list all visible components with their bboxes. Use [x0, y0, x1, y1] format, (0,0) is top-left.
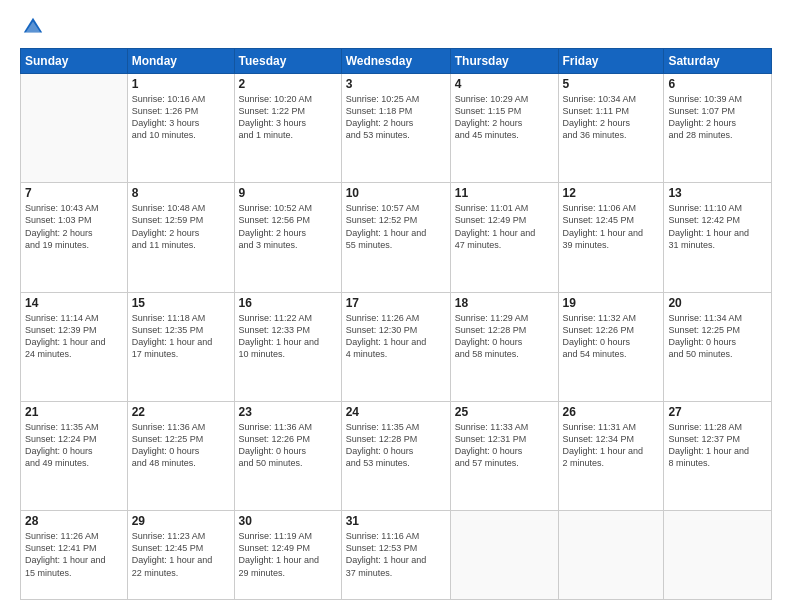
day-info: Sunrise: 10:39 AM Sunset: 1:07 PM Daylig…	[668, 93, 767, 142]
logo	[20, 16, 46, 38]
day-number: 20	[668, 296, 767, 310]
calendar-cell: 20Sunrise: 11:34 AM Sunset: 12:25 PM Day…	[664, 292, 772, 401]
calendar-cell: 15Sunrise: 11:18 AM Sunset: 12:35 PM Day…	[127, 292, 234, 401]
logo-icon	[22, 16, 44, 38]
calendar-cell: 13Sunrise: 11:10 AM Sunset: 12:42 PM Day…	[664, 183, 772, 292]
calendar-cell: 10Sunrise: 10:57 AM Sunset: 12:52 PM Day…	[341, 183, 450, 292]
day-number: 16	[239, 296, 337, 310]
calendar-week-4: 21Sunrise: 11:35 AM Sunset: 12:24 PM Day…	[21, 401, 772, 510]
calendar-cell: 9Sunrise: 10:52 AM Sunset: 12:56 PM Dayl…	[234, 183, 341, 292]
day-info: Sunrise: 11:23 AM Sunset: 12:45 PM Dayli…	[132, 530, 230, 579]
day-info: Sunrise: 11:18 AM Sunset: 12:35 PM Dayli…	[132, 312, 230, 361]
calendar-week-3: 14Sunrise: 11:14 AM Sunset: 12:39 PM Day…	[21, 292, 772, 401]
day-info: Sunrise: 10:16 AM Sunset: 1:26 PM Daylig…	[132, 93, 230, 142]
day-number: 4	[455, 77, 554, 91]
day-number: 27	[668, 405, 767, 419]
day-info: Sunrise: 11:19 AM Sunset: 12:49 PM Dayli…	[239, 530, 337, 579]
day-info: Sunrise: 11:36 AM Sunset: 12:25 PM Dayli…	[132, 421, 230, 470]
day-info: Sunrise: 11:34 AM Sunset: 12:25 PM Dayli…	[668, 312, 767, 361]
calendar-table: SundayMondayTuesdayWednesdayThursdayFrid…	[20, 48, 772, 600]
day-number: 19	[563, 296, 660, 310]
day-info: Sunrise: 11:14 AM Sunset: 12:39 PM Dayli…	[25, 312, 123, 361]
calendar-cell: 25Sunrise: 11:33 AM Sunset: 12:31 PM Day…	[450, 401, 558, 510]
calendar-cell: 7Sunrise: 10:43 AM Sunset: 1:03 PM Dayli…	[21, 183, 128, 292]
day-info: Sunrise: 11:28 AM Sunset: 12:37 PM Dayli…	[668, 421, 767, 470]
calendar-header-row: SundayMondayTuesdayWednesdayThursdayFrid…	[21, 49, 772, 74]
calendar-cell: 19Sunrise: 11:32 AM Sunset: 12:26 PM Day…	[558, 292, 664, 401]
day-info: Sunrise: 11:33 AM Sunset: 12:31 PM Dayli…	[455, 421, 554, 470]
day-info: Sunrise: 11:31 AM Sunset: 12:34 PM Dayli…	[563, 421, 660, 470]
weekday-header-sunday: Sunday	[21, 49, 128, 74]
calendar-cell: 24Sunrise: 11:35 AM Sunset: 12:28 PM Day…	[341, 401, 450, 510]
day-info: Sunrise: 10:43 AM Sunset: 1:03 PM Daylig…	[25, 202, 123, 251]
calendar-cell: 4Sunrise: 10:29 AM Sunset: 1:15 PM Dayli…	[450, 74, 558, 183]
calendar-week-2: 7Sunrise: 10:43 AM Sunset: 1:03 PM Dayli…	[21, 183, 772, 292]
calendar-cell: 14Sunrise: 11:14 AM Sunset: 12:39 PM Day…	[21, 292, 128, 401]
day-info: Sunrise: 11:29 AM Sunset: 12:28 PM Dayli…	[455, 312, 554, 361]
calendar-cell: 16Sunrise: 11:22 AM Sunset: 12:33 PM Day…	[234, 292, 341, 401]
day-number: 30	[239, 514, 337, 528]
day-info: Sunrise: 10:25 AM Sunset: 1:18 PM Daylig…	[346, 93, 446, 142]
day-number: 22	[132, 405, 230, 419]
day-number: 14	[25, 296, 123, 310]
calendar-cell: 8Sunrise: 10:48 AM Sunset: 12:59 PM Dayl…	[127, 183, 234, 292]
day-info: Sunrise: 10:20 AM Sunset: 1:22 PM Daylig…	[239, 93, 337, 142]
page-header	[20, 16, 772, 38]
day-number: 13	[668, 186, 767, 200]
calendar-cell: 23Sunrise: 11:36 AM Sunset: 12:26 PM Day…	[234, 401, 341, 510]
day-number: 3	[346, 77, 446, 91]
calendar-cell: 31Sunrise: 11:16 AM Sunset: 12:53 PM Day…	[341, 511, 450, 600]
calendar-cell	[664, 511, 772, 600]
day-number: 26	[563, 405, 660, 419]
calendar-week-1: 1Sunrise: 10:16 AM Sunset: 1:26 PM Dayli…	[21, 74, 772, 183]
calendar-cell	[450, 511, 558, 600]
day-info: Sunrise: 11:32 AM Sunset: 12:26 PM Dayli…	[563, 312, 660, 361]
weekday-header-thursday: Thursday	[450, 49, 558, 74]
day-info: Sunrise: 11:10 AM Sunset: 12:42 PM Dayli…	[668, 202, 767, 251]
calendar-cell: 17Sunrise: 11:26 AM Sunset: 12:30 PM Day…	[341, 292, 450, 401]
weekday-header-wednesday: Wednesday	[341, 49, 450, 74]
day-number: 28	[25, 514, 123, 528]
day-info: Sunrise: 11:35 AM Sunset: 12:24 PM Dayli…	[25, 421, 123, 470]
calendar-cell: 22Sunrise: 11:36 AM Sunset: 12:25 PM Day…	[127, 401, 234, 510]
day-info: Sunrise: 11:26 AM Sunset: 12:41 PM Dayli…	[25, 530, 123, 579]
day-number: 31	[346, 514, 446, 528]
calendar-cell: 1Sunrise: 10:16 AM Sunset: 1:26 PM Dayli…	[127, 74, 234, 183]
calendar-cell: 21Sunrise: 11:35 AM Sunset: 12:24 PM Day…	[21, 401, 128, 510]
weekday-header-saturday: Saturday	[664, 49, 772, 74]
calendar-cell: 5Sunrise: 10:34 AM Sunset: 1:11 PM Dayli…	[558, 74, 664, 183]
day-number: 12	[563, 186, 660, 200]
day-info: Sunrise: 10:57 AM Sunset: 12:52 PM Dayli…	[346, 202, 446, 251]
day-number: 6	[668, 77, 767, 91]
calendar-cell: 6Sunrise: 10:39 AM Sunset: 1:07 PM Dayli…	[664, 74, 772, 183]
calendar-cell: 29Sunrise: 11:23 AM Sunset: 12:45 PM Day…	[127, 511, 234, 600]
day-number: 18	[455, 296, 554, 310]
day-number: 15	[132, 296, 230, 310]
calendar-cell: 30Sunrise: 11:19 AM Sunset: 12:49 PM Day…	[234, 511, 341, 600]
day-number: 24	[346, 405, 446, 419]
day-info: Sunrise: 11:36 AM Sunset: 12:26 PM Dayli…	[239, 421, 337, 470]
day-number: 8	[132, 186, 230, 200]
calendar-cell: 3Sunrise: 10:25 AM Sunset: 1:18 PM Dayli…	[341, 74, 450, 183]
day-info: Sunrise: 11:26 AM Sunset: 12:30 PM Dayli…	[346, 312, 446, 361]
weekday-header-monday: Monday	[127, 49, 234, 74]
day-number: 29	[132, 514, 230, 528]
day-info: Sunrise: 11:16 AM Sunset: 12:53 PM Dayli…	[346, 530, 446, 579]
calendar-cell: 2Sunrise: 10:20 AM Sunset: 1:22 PM Dayli…	[234, 74, 341, 183]
calendar-cell	[558, 511, 664, 600]
day-number: 7	[25, 186, 123, 200]
day-number: 5	[563, 77, 660, 91]
day-number: 9	[239, 186, 337, 200]
day-number: 17	[346, 296, 446, 310]
day-info: Sunrise: 11:35 AM Sunset: 12:28 PM Dayli…	[346, 421, 446, 470]
day-info: Sunrise: 11:06 AM Sunset: 12:45 PM Dayli…	[563, 202, 660, 251]
day-info: Sunrise: 10:52 AM Sunset: 12:56 PM Dayli…	[239, 202, 337, 251]
day-number: 23	[239, 405, 337, 419]
day-info: Sunrise: 11:22 AM Sunset: 12:33 PM Dayli…	[239, 312, 337, 361]
calendar-cell: 11Sunrise: 11:01 AM Sunset: 12:49 PM Day…	[450, 183, 558, 292]
day-number: 2	[239, 77, 337, 91]
weekday-header-friday: Friday	[558, 49, 664, 74]
day-number: 1	[132, 77, 230, 91]
day-info: Sunrise: 10:34 AM Sunset: 1:11 PM Daylig…	[563, 93, 660, 142]
day-number: 11	[455, 186, 554, 200]
